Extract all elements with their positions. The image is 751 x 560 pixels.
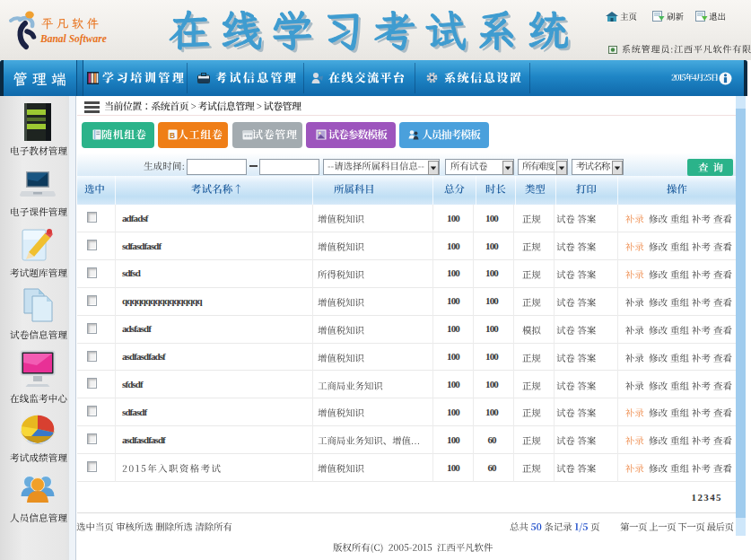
svg-text:B: B: [170, 131, 175, 140]
